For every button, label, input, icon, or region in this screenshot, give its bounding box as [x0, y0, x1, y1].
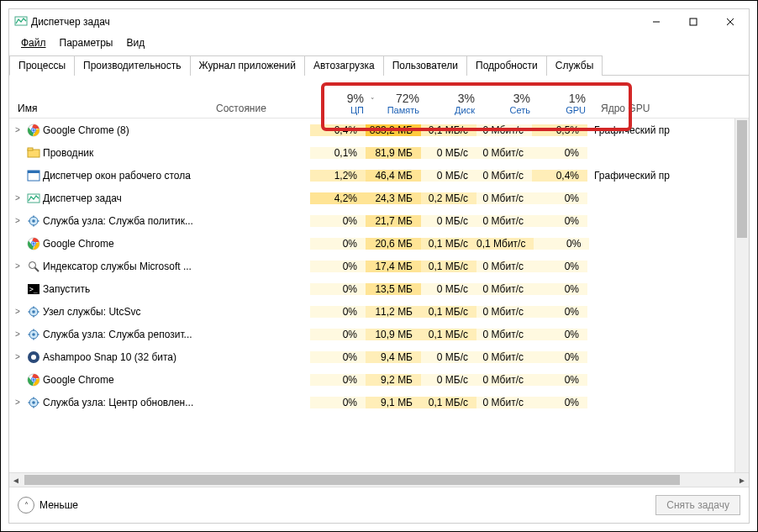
table-row[interactable]: Диспетчер окон рабочего стола1,2%46,4 МБ…	[9, 164, 749, 187]
cpu-value: 0%	[310, 351, 366, 363]
close-button[interactable]	[712, 9, 749, 34]
vertical-scrollbar[interactable]	[734, 119, 749, 472]
memory-value: 81,9 МБ	[366, 147, 421, 159]
table-row[interactable]: >Служба узла: Служба политик...0%21,7 МБ…	[9, 209, 749, 232]
network-value: 0 Мбит/с	[476, 170, 532, 182]
disk-value: 0,1 МБ/с	[421, 306, 476, 318]
chevron-up-icon: ˄	[18, 497, 34, 514]
tab-details[interactable]: Подробности	[466, 55, 547, 76]
end-task-button[interactable]: Снять задачу	[655, 495, 740, 515]
scroll-right-icon[interactable]: ►	[735, 473, 749, 487]
expand-toggle-icon[interactable]: >	[9, 216, 26, 225]
process-name: Диспетчер задач	[41, 192, 209, 204]
process-name: Служба узла: Центр обновлен...	[41, 397, 209, 408]
table-row[interactable]: >Индексатор службы Microsoft ...0%17,4 М…	[9, 255, 749, 277]
svg-point-41	[31, 355, 36, 360]
menubar: Файл Параметры Вид	[9, 34, 749, 51]
process-icon	[26, 192, 41, 205]
disk-value: 0,2 МБ/с	[421, 192, 476, 204]
col-gpu[interactable]: 1% GPU	[539, 92, 594, 118]
disk-value: 0,1 МБ/с	[421, 124, 476, 136]
col-name[interactable]: Имя	[9, 103, 216, 118]
process-name: Служба узла: Служба репозит...	[41, 329, 209, 340]
svg-line-25	[35, 267, 39, 271]
col-state[interactable]: Состояние	[216, 103, 317, 118]
col-disk[interactable]: 3% Диск	[428, 92, 483, 118]
memory-value: 11,2 МБ	[366, 306, 421, 318]
menu-options[interactable]: Параметры	[53, 35, 120, 50]
table-row[interactable]: >_Запустить0%13,5 МБ0 МБ/с0 Мбит/с0%	[9, 277, 749, 300]
scroll-left-icon[interactable]: ◄	[9, 473, 23, 487]
horizontal-scrollbar[interactable]: ◄ ►	[9, 472, 749, 487]
network-value: 0,1 Мбит/с	[476, 238, 534, 250]
expand-toggle-icon[interactable]: >	[9, 307, 26, 316]
process-list[interactable]: >Google Chrome (8)0,4%833,2 МБ0,1 МБ/с0 …	[9, 119, 749, 472]
table-row[interactable]: Google Chrome0%20,6 МБ0,1 МБ/с0,1 Мбит/с…	[9, 232, 749, 255]
gpu-value: 0%	[534, 238, 589, 250]
tab-performance[interactable]: Производительность	[74, 55, 190, 76]
disk-value: 0 МБ/с	[421, 170, 476, 182]
table-row[interactable]: >Узел службы: UtcSvc0%11,2 МБ0,1 МБ/с0 М…	[9, 300, 749, 323]
memory-value: 9,1 МБ	[366, 397, 421, 408]
cpu-value: 0%	[310, 261, 366, 272]
tab-users[interactable]: Пользователи	[383, 55, 467, 76]
memory-value: 24,3 МБ	[366, 192, 421, 204]
fewer-details-button[interactable]: ˄ Меньше	[18, 497, 78, 514]
minimize-button[interactable]	[638, 9, 675, 34]
menu-view[interactable]: Вид	[119, 35, 151, 50]
svg-rect-13	[28, 194, 39, 203]
menu-file[interactable]: Файл	[14, 35, 53, 50]
process-icon	[26, 237, 41, 250]
expand-toggle-icon[interactable]: >	[9, 261, 26, 271]
memory-value: 20,6 МБ	[366, 238, 421, 250]
table-row[interactable]: >Служба узла: Служба репозит...0%10,9 МБ…	[9, 323, 749, 345]
network-value: 0 Мбит/с	[476, 329, 532, 340]
table-row[interactable]: >Служба узла: Центр обновлен...0%9,1 МБ0…	[9, 391, 749, 413]
cpu-value: 0%	[310, 374, 366, 386]
cpu-value: 0%	[310, 397, 366, 408]
table-row[interactable]: Google Chrome0%9,2 МБ0 МБ/с0 Мбит/с0%	[9, 368, 749, 391]
tab-app-history[interactable]: Журнал приложений	[190, 55, 305, 76]
tab-services[interactable]: Службы	[546, 55, 603, 76]
svg-point-23	[32, 242, 34, 245]
table-row[interactable]: >Диспетчер задач4,2%24,3 МБ0,2 МБ/с0 Мби…	[9, 187, 749, 209]
col-gpu-engine[interactable]: Ядро GPU	[594, 103, 749, 118]
process-icon	[26, 124, 41, 137]
col-memory[interactable]: ˅ 72% Память	[372, 92, 428, 118]
process-name: Узел службы: UtcSvc	[41, 306, 209, 318]
svg-point-35	[32, 333, 35, 336]
titlebar[interactable]: Диспетчер задач	[9, 9, 749, 34]
scrollbar-thumb[interactable]	[737, 120, 747, 238]
cpu-value: 0,4%	[310, 124, 366, 136]
svg-point-15	[32, 219, 35, 223]
gpu-value: 0,5%	[532, 124, 587, 136]
maximize-button[interactable]	[675, 9, 712, 34]
tab-processes[interactable]: Процессы	[9, 55, 75, 76]
tab-startup[interactable]: Автозагрузка	[304, 55, 384, 76]
scrollbar-thumb[interactable]	[24, 475, 680, 485]
process-name: Google Chrome (8)	[41, 124, 209, 136]
svg-rect-12	[28, 171, 39, 173]
expand-toggle-icon[interactable]: >	[9, 329, 26, 339]
process-name: Google Chrome	[41, 238, 209, 250]
memory-value: 13,5 МБ	[366, 283, 421, 295]
table-row[interactable]: >Ashampoo Snap 10 (32 бита)0%9,4 МБ0 МБ/…	[9, 345, 749, 368]
expand-toggle-icon[interactable]: >	[9, 125, 26, 134]
cpu-value: 4,2%	[310, 192, 366, 204]
col-network[interactable]: 3% Сеть	[483, 92, 539, 118]
gpu-value: 0%	[532, 306, 587, 318]
window-title: Диспетчер задач	[31, 16, 110, 28]
col-cpu[interactable]: 9% ЦП	[317, 92, 372, 118]
process-icon	[26, 169, 41, 182]
process-icon	[26, 214, 41, 228]
memory-value: 9,4 МБ	[366, 351, 421, 363]
disk-value: 0 МБ/с	[421, 374, 476, 386]
table-row[interactable]: Проводник0,1%81,9 МБ0 МБ/с0 Мбит/с0%	[9, 141, 749, 164]
table-row[interactable]: >Google Chrome (8)0,4%833,2 МБ0,1 МБ/с0 …	[9, 119, 749, 141]
process-name: Служба узла: Служба политик...	[41, 215, 209, 227]
svg-rect-10	[28, 148, 33, 150]
expand-toggle-icon[interactable]: >	[9, 193, 26, 203]
svg-point-45	[32, 378, 34, 381]
expand-toggle-icon[interactable]: >	[9, 398, 26, 407]
expand-toggle-icon[interactable]: >	[9, 352, 26, 361]
